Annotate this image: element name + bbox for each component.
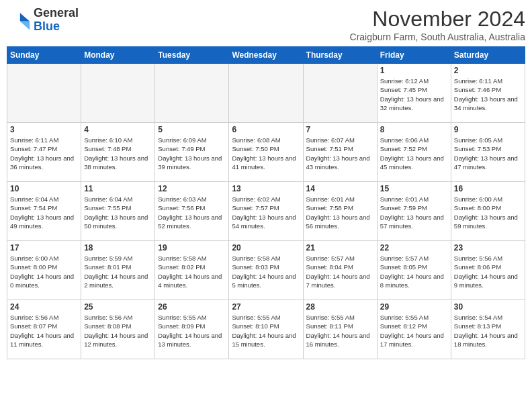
day-header-tuesday: Tuesday [155,47,229,64]
calendar-day-cell: 9Sunrise: 6:05 AMSunset: 7:53 PMDaylight… [451,123,525,182]
calendar-day-cell: 15Sunrise: 6:01 AMSunset: 7:59 PMDayligh… [377,182,451,241]
day-info: Sunrise: 6:01 AMSunset: 7:58 PMDaylight:… [306,195,374,230]
calendar-day-cell: 12Sunrise: 6:03 AMSunset: 7:56 PMDayligh… [155,182,229,241]
calendar-day-cell: 6Sunrise: 6:08 AMSunset: 7:50 PMDaylight… [229,123,303,182]
day-info: Sunrise: 5:55 AMSunset: 8:11 PMDaylight:… [306,313,374,349]
calendar-week-row: 17Sunrise: 6:00 AMSunset: 8:00 PMDayligh… [7,241,525,300]
day-info: Sunrise: 5:58 AMSunset: 8:02 PMDaylight:… [158,254,226,289]
calendar-table: SundayMondayTuesdayWednesdayThursdayFrid… [7,46,525,359]
calendar-day-cell: 26Sunrise: 5:55 AMSunset: 8:09 PMDayligh… [155,300,229,359]
day-number: 25 [84,302,152,312]
day-number: 19 [158,243,226,253]
day-info: Sunrise: 6:07 AMSunset: 7:51 PMDaylight:… [306,136,374,171]
page-header: General Blue November 2024 Craigburn Far… [7,7,525,42]
day-number: 15 [380,184,448,193]
calendar-day-cell: 2Sunrise: 6:11 AMSunset: 7:46 PMDaylight… [451,64,525,123]
calendar-day-cell: 19Sunrise: 5:58 AMSunset: 8:02 PMDayligh… [155,241,229,300]
day-info: Sunrise: 6:05 AMSunset: 7:53 PMDaylight:… [454,136,522,171]
day-number: 22 [380,243,448,253]
calendar-day-cell: 22Sunrise: 5:57 AMSunset: 8:05 PMDayligh… [377,241,451,300]
day-info: Sunrise: 6:00 AMSunset: 8:00 PMDaylight:… [10,254,78,289]
day-info: Sunrise: 5:56 AMSunset: 8:08 PMDaylight:… [84,313,152,349]
calendar-day-cell: 21Sunrise: 5:57 AMSunset: 8:04 PMDayligh… [303,241,377,300]
day-number: 2 [454,66,522,75]
calendar-header-row: SundayMondayTuesdayWednesdayThursdayFrid… [7,47,525,64]
calendar-week-row: 10Sunrise: 6:04 AMSunset: 7:54 PMDayligh… [7,182,525,241]
day-number: 23 [454,243,522,253]
calendar-day-cell: 24Sunrise: 5:56 AMSunset: 8:07 PMDayligh… [7,300,81,359]
day-info: Sunrise: 6:10 AMSunset: 7:48 PMDaylight:… [84,136,152,171]
day-info: Sunrise: 6:04 AMSunset: 7:55 PMDaylight:… [84,195,152,230]
day-info: Sunrise: 5:55 AMSunset: 8:12 PMDaylight:… [380,313,448,349]
day-header-monday: Monday [81,47,155,64]
calendar-day-cell: 5Sunrise: 6:09 AMSunset: 7:49 PMDaylight… [155,123,229,182]
logo-icon [7,8,31,32]
calendar-day-cell: 11Sunrise: 6:04 AMSunset: 7:55 PMDayligh… [81,182,155,241]
calendar-day-cell: 29Sunrise: 5:55 AMSunset: 8:12 PMDayligh… [377,300,451,359]
calendar-day-cell: 7Sunrise: 6:07 AMSunset: 7:51 PMDaylight… [303,123,377,182]
day-info: Sunrise: 6:03 AMSunset: 7:56 PMDaylight:… [158,195,226,230]
calendar-day-cell: 14Sunrise: 6:01 AMSunset: 7:58 PMDayligh… [303,182,377,241]
calendar-day-cell: 23Sunrise: 5:56 AMSunset: 8:06 PMDayligh… [451,241,525,300]
day-info: Sunrise: 6:01 AMSunset: 7:59 PMDaylight:… [380,195,448,230]
day-info: Sunrise: 5:57 AMSunset: 8:05 PMDaylight:… [380,254,448,289]
calendar-day-cell: 16Sunrise: 6:00 AMSunset: 8:00 PMDayligh… [451,182,525,241]
calendar-day-cell: 4Sunrise: 6:10 AMSunset: 7:48 PMDaylight… [81,123,155,182]
day-info: Sunrise: 5:58 AMSunset: 8:03 PMDaylight:… [232,254,300,289]
logo-text: General Blue [34,7,79,34]
calendar-day-cell: 27Sunrise: 5:55 AMSunset: 8:10 PMDayligh… [229,300,303,359]
calendar-day-cell [7,64,81,123]
calendar-day-cell: 10Sunrise: 6:04 AMSunset: 7:54 PMDayligh… [7,182,81,241]
day-number: 5 [158,125,226,134]
day-number: 4 [84,125,152,134]
day-number: 8 [380,125,448,134]
calendar-week-row: 1Sunrise: 6:12 AMSunset: 7:45 PMDaylight… [7,64,525,123]
day-number: 7 [306,125,374,134]
day-number: 17 [10,243,78,253]
day-info: Sunrise: 6:08 AMSunset: 7:50 PMDaylight:… [232,136,300,171]
day-number: 20 [232,243,300,253]
day-info: Sunrise: 6:00 AMSunset: 8:00 PMDaylight:… [454,195,522,230]
day-info: Sunrise: 6:11 AMSunset: 7:46 PMDaylight:… [454,77,522,112]
day-number: 18 [84,243,152,253]
calendar-week-row: 24Sunrise: 5:56 AMSunset: 8:07 PMDayligh… [7,300,525,359]
day-info: Sunrise: 5:57 AMSunset: 8:04 PMDaylight:… [306,254,374,289]
title-area: November 2024 Craigburn Farm, South Aust… [350,7,525,42]
day-number: 10 [10,184,78,193]
day-header-thursday: Thursday [303,47,377,64]
day-info: Sunrise: 5:55 AMSunset: 8:10 PMDaylight:… [232,313,300,349]
svg-marker-0 [20,13,30,21]
calendar-day-cell [81,64,155,123]
svg-marker-1 [20,21,30,30]
calendar-day-cell: 1Sunrise: 6:12 AMSunset: 7:45 PMDaylight… [377,64,451,123]
day-number: 14 [306,184,374,193]
day-info: Sunrise: 5:56 AMSunset: 8:07 PMDaylight:… [10,313,78,349]
month-title: November 2024 [350,7,525,32]
day-number: 24 [10,302,78,312]
calendar-day-cell: 17Sunrise: 6:00 AMSunset: 8:00 PMDayligh… [7,241,81,300]
day-info: Sunrise: 5:54 AMSunset: 8:13 PMDaylight:… [454,313,522,349]
calendar-day-cell [155,64,229,123]
calendar-day-cell: 30Sunrise: 5:54 AMSunset: 8:13 PMDayligh… [451,300,525,359]
day-info: Sunrise: 5:56 AMSunset: 8:06 PMDaylight:… [454,254,522,289]
day-number: 29 [380,302,448,312]
day-number: 1 [380,66,448,75]
calendar-day-cell: 25Sunrise: 5:56 AMSunset: 8:08 PMDayligh… [81,300,155,359]
day-number: 21 [306,243,374,253]
location-subtitle: Craigburn Farm, South Australia, Austral… [350,32,525,42]
day-number: 26 [158,302,226,312]
calendar-day-cell: 13Sunrise: 6:02 AMSunset: 7:57 PMDayligh… [229,182,303,241]
day-info: Sunrise: 6:04 AMSunset: 7:54 PMDaylight:… [10,195,78,230]
day-info: Sunrise: 6:09 AMSunset: 7:49 PMDaylight:… [158,136,226,171]
day-header-saturday: Saturday [451,47,525,64]
calendar-day-cell: 20Sunrise: 5:58 AMSunset: 8:03 PMDayligh… [229,241,303,300]
day-header-wednesday: Wednesday [229,47,303,64]
day-number: 27 [232,302,300,312]
day-number: 3 [10,125,78,134]
day-info: Sunrise: 5:59 AMSunset: 8:01 PMDaylight:… [84,254,152,289]
calendar-day-cell: 28Sunrise: 5:55 AMSunset: 8:11 PMDayligh… [303,300,377,359]
calendar-week-row: 3Sunrise: 6:11 AMSunset: 7:47 PMDaylight… [7,123,525,182]
day-number: 9 [454,125,522,134]
day-header-friday: Friday [377,47,451,64]
calendar-day-cell: 8Sunrise: 6:06 AMSunset: 7:52 PMDaylight… [377,123,451,182]
